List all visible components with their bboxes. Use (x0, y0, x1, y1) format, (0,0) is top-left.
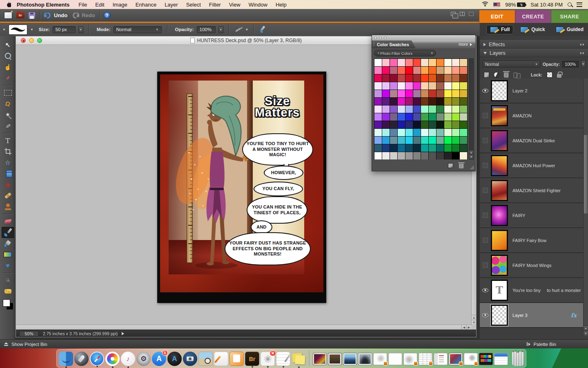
eyedropper-tool[interactable] (2, 72, 14, 83)
layer-row[interactable]: AMAZON Shield Fighter (480, 178, 583, 203)
layer-opacity-field[interactable]: 100% (562, 61, 579, 67)
move-tool[interactable] (2, 39, 14, 50)
eraser-tool[interactable] (2, 216, 14, 227)
color-swatch[interactable] (460, 59, 467, 66)
minimize-window-button[interactable] (29, 38, 34, 43)
color-swatch[interactable] (429, 113, 436, 121)
edit-mode-guided[interactable]: Guided (552, 25, 587, 34)
color-swatch[interactable] (460, 74, 467, 82)
color-swatch[interactable] (398, 59, 405, 66)
color-swatch[interactable] (374, 90, 382, 97)
color-swatch[interactable] (437, 144, 444, 152)
brush-tool[interactable] (2, 227, 14, 238)
color-swatch[interactable] (421, 137, 428, 144)
layer-blend-mode-dropdown[interactable]: Normal (482, 61, 540, 67)
layer-row[interactable]: FAIRY (480, 203, 583, 228)
dock-app-graphics-app[interactable]: A (167, 352, 182, 366)
color-swatch[interactable] (413, 59, 421, 66)
color-swatch[interactable] (382, 82, 390, 90)
color-swatch[interactable] (460, 82, 467, 90)
dock-app-sketch-app[interactable] (229, 352, 244, 366)
color-swatch[interactable] (374, 67, 382, 74)
airbrush-arrow-icon[interactable]: ▼ (245, 28, 249, 31)
red-eye-tool[interactable] (2, 179, 14, 190)
color-swatch[interactable] (382, 74, 390, 82)
minimized-window-form-doc[interactable] (434, 353, 448, 365)
color-swatch[interactable] (437, 67, 444, 74)
panel-menu-icon[interactable] (580, 43, 584, 46)
cascade-windows-icon[interactable] (451, 12, 456, 16)
color-swatch[interactable] (452, 105, 459, 113)
trash-icon[interactable] (512, 352, 524, 366)
color-swatch[interactable] (444, 137, 452, 144)
color-swatch[interactable] (429, 105, 436, 113)
color-swatch[interactable] (374, 74, 382, 82)
color-swatch[interactable] (444, 129, 452, 136)
color-swatch[interactable] (444, 144, 452, 152)
color-swatch[interactable] (413, 121, 421, 128)
menu-window[interactable]: Window (245, 2, 272, 8)
color-swatch[interactable] (429, 129, 436, 136)
color-swatch[interactable] (405, 59, 413, 66)
panel-close-icon[interactable] (374, 36, 377, 39)
color-swatch[interactable] (437, 74, 444, 82)
color-swatch[interactable] (374, 105, 382, 113)
layer-row[interactable]: TYou're too tiny to hurt a monster ... (480, 278, 583, 303)
dock-app-organizer[interactable]: ✕ (261, 352, 275, 366)
color-swatch[interactable] (437, 152, 444, 159)
airbrush-toggle-icon[interactable] (234, 26, 243, 33)
color-swatch[interactable] (405, 105, 413, 113)
minimized-window-sketch-doc-2[interactable] (403, 353, 417, 365)
scroll-down-icon[interactable]: ▼ (472, 320, 476, 325)
color-swatch[interactable] (460, 137, 467, 144)
color-swatch[interactable] (413, 113, 421, 121)
color-swatch[interactable] (444, 113, 452, 121)
menu-file[interactable]: File (74, 2, 91, 8)
color-swatch[interactable] (452, 137, 459, 144)
color-swatch[interactable] (398, 152, 405, 159)
close-window-button[interactable] (21, 38, 26, 43)
clone-stamp-tool[interactable] (2, 201, 14, 212)
brush-size-field[interactable]: 50 px (53, 26, 76, 33)
zoom-window-button[interactable] (37, 38, 42, 43)
color-swatch[interactable] (390, 82, 397, 90)
swatches-more-button[interactable]: more (459, 42, 475, 47)
color-swatch[interactable] (452, 59, 459, 66)
apple-menu-icon[interactable] (0, 2, 15, 8)
color-swatch[interactable] (390, 98, 397, 105)
minimized-window-drawing-doc[interactable] (464, 353, 478, 365)
color-swatch[interactable] (460, 105, 467, 113)
color-swatch[interactable] (405, 82, 413, 90)
smudge-tool[interactable] (2, 275, 14, 286)
maximize-window-icon[interactable] (469, 12, 474, 16)
panel-menu-icon[interactable] (580, 52, 584, 54)
color-swatch[interactable] (437, 82, 444, 90)
delete-layer-icon[interactable] (504, 72, 509, 78)
color-swatch[interactable] (398, 82, 405, 90)
dock-app-app-store[interactable]: A1 (152, 352, 166, 366)
color-swatch[interactable] (429, 152, 436, 159)
brush-picker-arrow-icon[interactable]: ▼ (30, 28, 33, 31)
color-swatch[interactable] (398, 98, 405, 105)
dock-app-itunes[interactable]: ♪ (121, 352, 135, 366)
app-name[interactable]: Photoshop Elements (15, 2, 74, 8)
color-swatch[interactable] (405, 67, 413, 74)
color-swatch[interactable] (421, 82, 428, 90)
dock-app-pages[interactable] (214, 352, 228, 366)
color-swatch[interactable] (405, 90, 413, 97)
healing-brush-tool[interactable] (2, 190, 14, 201)
color-swatch[interactable] (390, 105, 397, 113)
color-swatch[interactable] (382, 129, 390, 136)
color-swatch[interactable] (390, 113, 397, 121)
panel-minimize-icon[interactable] (379, 36, 382, 39)
lock-transparency-icon[interactable] (547, 72, 552, 78)
dock-app-viewer-app[interactable] (198, 352, 213, 366)
color-swatch[interactable] (413, 129, 421, 136)
new-file-button[interactable] (4, 12, 12, 19)
new-swatch-icon[interactable] (448, 163, 453, 168)
dock-app-bridge[interactable]: Br (245, 352, 259, 366)
menu-edit[interactable]: Edit (91, 2, 108, 8)
color-swatch[interactable] (421, 113, 428, 121)
layer-row[interactable]: AMAZON Hurl Power (480, 153, 583, 178)
color-swatch[interactable] (429, 144, 436, 152)
